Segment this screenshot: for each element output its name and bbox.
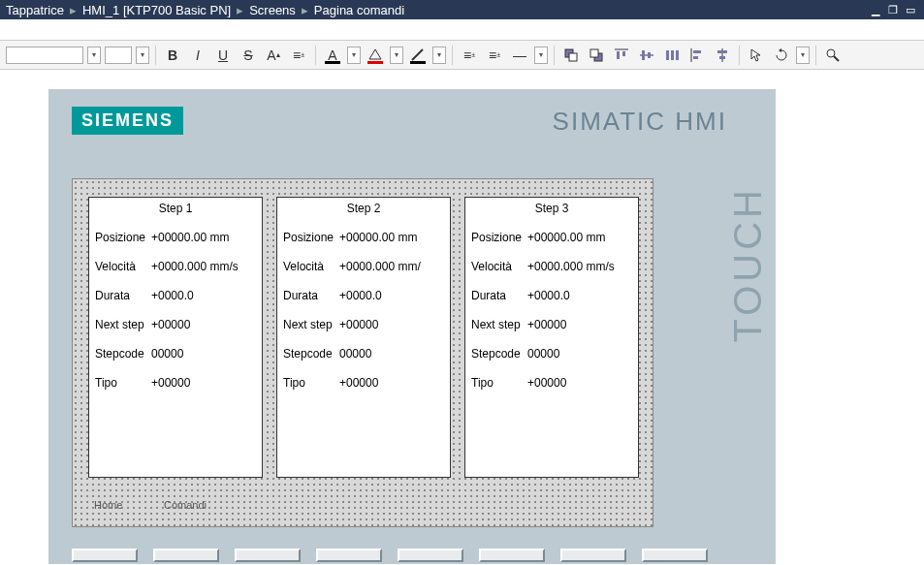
function-key-f1[interactable]: [72, 549, 138, 562]
step-title[interactable]: Step 3: [471, 202, 632, 215]
font-increase-button[interactable]: A▴: [263, 45, 284, 66]
align-top-button[interactable]: [611, 45, 632, 66]
minimize-button[interactable]: ▁: [868, 3, 883, 16]
font-color-dropdown[interactable]: ▾: [347, 47, 361, 64]
breadcrumb-part[interactable]: Pagina comandi: [314, 3, 404, 17]
field-value[interactable]: 00000: [527, 347, 632, 361]
font-name-input[interactable]: [6, 47, 83, 64]
breadcrumb-part[interactable]: Screens: [249, 3, 296, 17]
field-label[interactable]: Durata: [471, 289, 527, 302]
pointer-tool-button[interactable]: [746, 45, 767, 66]
field-label[interactable]: Durata: [283, 289, 339, 302]
svg-rect-18: [719, 56, 725, 59]
fill-color-button[interactable]: [365, 45, 386, 66]
field-label[interactable]: Stepcode: [95, 347, 151, 361]
function-key-f6[interactable]: [479, 549, 545, 562]
fill-color-dropdown[interactable]: ▾: [390, 47, 403, 64]
function-key-f3[interactable]: [235, 549, 301, 562]
field-value[interactable]: +00000: [339, 318, 444, 331]
strikethrough-button[interactable]: S: [238, 45, 259, 66]
field-label[interactable]: Next step: [283, 318, 339, 331]
field-value[interactable]: +00000: [527, 376, 632, 390]
field-label[interactable]: Velocità: [95, 260, 151, 273]
bold-button[interactable]: B: [162, 45, 183, 66]
field-value[interactable]: +00000: [151, 318, 256, 331]
field-value[interactable]: +0000.0: [339, 289, 444, 302]
svg-rect-10: [666, 50, 669, 60]
field-label[interactable]: Tipo: [95, 376, 151, 390]
rotate-dropdown[interactable]: ▾: [796, 47, 810, 64]
svg-rect-1: [569, 53, 577, 61]
field-label[interactable]: Durata: [95, 289, 151, 302]
restore-button[interactable]: ❐: [885, 3, 901, 16]
field-value[interactable]: +00000.00 mm: [151, 231, 256, 244]
line-color-button[interactable]: [407, 45, 429, 66]
field-value[interactable]: +00000: [339, 376, 444, 390]
field-value[interactable]: +00000: [527, 318, 632, 331]
field-value[interactable]: +0000.0: [151, 289, 256, 302]
step-title[interactable]: Step 2: [283, 202, 444, 215]
breadcrumb-part[interactable]: Tappatrice: [6, 3, 64, 17]
underline-button[interactable]: U: [212, 45, 234, 66]
rotate-button[interactable]: [771, 45, 792, 66]
step-panel-1[interactable]: Step 1 Posizione+00000.00 mm Velocità+00…: [88, 197, 263, 478]
font-size-dropdown[interactable]: ▾: [136, 47, 149, 64]
touch-label: TOUCH: [726, 186, 770, 342]
simatic-label: SIMATIC HMI: [553, 107, 727, 137]
zoom-tool-button[interactable]: [822, 45, 844, 66]
line-color-dropdown[interactable]: ▾: [432, 47, 446, 64]
field-label[interactable]: Next step: [471, 318, 527, 331]
hmi-screen[interactable]: Step 1 Posizione+00000.00 mm Velocità+00…: [72, 178, 653, 527]
field-label[interactable]: Tipo: [283, 376, 339, 390]
editor-canvas[interactable]: SIEMENS SIMATIC HMI TOUCH Step 1 Posizio…: [0, 70, 924, 565]
field-value[interactable]: +0000.000 mm/: [339, 260, 444, 273]
field-value[interactable]: +00000: [151, 376, 256, 390]
field-value[interactable]: +00000.00 mm: [527, 231, 632, 244]
field-label[interactable]: Stepcode: [471, 347, 527, 361]
field-value[interactable]: +0000.000 mm/s: [151, 260, 256, 273]
function-key-f2[interactable]: [153, 549, 219, 562]
italic-button[interactable]: I: [187, 45, 208, 66]
function-key-f5[interactable]: [398, 549, 463, 562]
svg-rect-12: [676, 50, 679, 60]
field-label[interactable]: Posizione: [95, 231, 151, 244]
field-label[interactable]: Posizione: [471, 231, 527, 244]
field-label[interactable]: Velocità: [471, 260, 527, 273]
field-value[interactable]: +0000.0: [527, 289, 632, 302]
step-panel-3[interactable]: Step 3 Posizione+00000.00 mm Velocità+00…: [464, 197, 639, 478]
breadcrumb-part[interactable]: HMI_1 [KTP700 Basic PN]: [82, 3, 231, 17]
function-key-f7[interactable]: [560, 549, 626, 562]
align-center-button[interactable]: ≡±: [484, 45, 505, 66]
field-value[interactable]: 00000: [339, 347, 444, 361]
distribute-h-button[interactable]: [661, 45, 683, 66]
align-left-button[interactable]: ≡±: [459, 45, 480, 66]
field-value[interactable]: +0000.000 mm/s: [527, 260, 632, 273]
step-panel-2[interactable]: Step 2 Posizione+00000.00 mm Velocità+00…: [276, 197, 451, 478]
svg-rect-17: [717, 50, 727, 53]
nav-comandi-button[interactable]: Comandi: [158, 495, 212, 515]
field-value[interactable]: 00000: [151, 347, 256, 361]
chevron-right-icon: ▸: [70, 3, 77, 17]
bring-front-button[interactable]: [560, 45, 582, 66]
align-left-objects-button[interactable]: [686, 45, 708, 66]
send-back-button[interactable]: [586, 45, 607, 66]
line-style-button[interactable]: —: [509, 45, 530, 66]
font-name-dropdown[interactable]: ▾: [87, 47, 101, 64]
line-style-dropdown[interactable]: ▾: [534, 47, 548, 64]
font-size-input[interactable]: [105, 47, 132, 64]
maximize-button[interactable]: ▭: [903, 3, 918, 16]
function-key-f8[interactable]: [642, 549, 708, 562]
step-title[interactable]: Step 1: [95, 202, 256, 215]
field-label[interactable]: Stepcode: [283, 347, 339, 361]
field-label[interactable]: Posizione: [283, 231, 339, 244]
align-hcenter-button[interactable]: [712, 45, 733, 66]
field-label[interactable]: Tipo: [471, 376, 527, 390]
align-vmiddle-button[interactable]: [636, 45, 657, 66]
align-button[interactable]: ≡±: [288, 45, 309, 66]
font-color-button[interactable]: A: [322, 45, 343, 66]
field-label[interactable]: Velocità: [283, 260, 339, 273]
function-key-f4[interactable]: [316, 549, 382, 562]
nav-home-button[interactable]: Home: [88, 495, 128, 515]
field-label[interactable]: Next step: [95, 318, 151, 331]
field-value[interactable]: +00000.00 mm: [339, 231, 444, 244]
